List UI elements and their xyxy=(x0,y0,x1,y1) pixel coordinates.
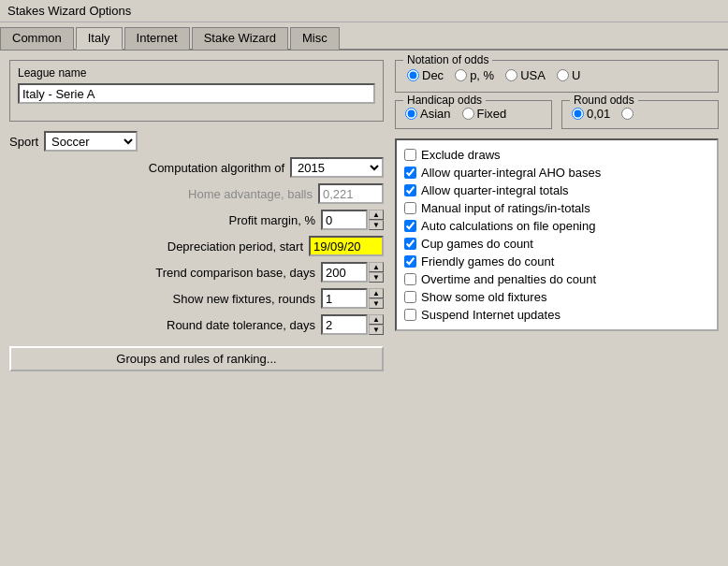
home-advantage-label: Home advantage, balls xyxy=(9,187,313,201)
checkbox-overtime-label: Overtime and penalties do count xyxy=(421,272,596,286)
checkbox-show-old-label: Show some old fixtures xyxy=(421,290,546,304)
depreciation-input[interactable] xyxy=(309,236,384,256)
checkbox-manual-input-input[interactable] xyxy=(404,202,416,214)
checkbox-allow-quarter-aho[interactable]: Allow quarter-integral AHO bases xyxy=(404,164,709,181)
sport-label: Sport xyxy=(9,135,38,149)
profit-margin-input[interactable] xyxy=(321,210,368,230)
window-title: Stakes Wizard Options xyxy=(7,4,131,18)
round-001-radio[interactable] xyxy=(572,108,584,120)
depreciation-row: Depreciation period, start xyxy=(9,236,384,256)
round-001[interactable]: 0,01 xyxy=(572,107,610,121)
sport-row: Sport Soccer Basketball Tennis Hockey xyxy=(9,131,384,152)
trend-up[interactable]: ▲ xyxy=(369,262,384,272)
notation-radio-row: Dec p, % USA U xyxy=(407,68,706,82)
checkbox-allow-quarter-totals[interactable]: Allow quarter-integral totals xyxy=(404,181,709,199)
checkbox-cup-games[interactable]: Cup games do count xyxy=(404,235,709,253)
league-name-label: League name xyxy=(18,66,375,80)
checkbox-list: Exclude draws Allow quarter-integral AHO… xyxy=(395,138,719,331)
round-date-input[interactable] xyxy=(321,314,368,335)
notation-dec-label: Dec xyxy=(422,68,444,82)
depreciation-label: Depreciation period, start xyxy=(9,239,303,254)
show-fixtures-row: Show new fixtures, rounds ▲ ▼ xyxy=(9,288,384,309)
checkbox-overtime-input[interactable] xyxy=(404,273,416,285)
handicap-fixed-label: Fixed xyxy=(477,107,507,121)
handicap-fixed[interactable]: Fixed xyxy=(462,107,507,121)
handicap-asian[interactable]: Asian xyxy=(405,107,451,121)
checkbox-allow-quarter-aho-input[interactable] xyxy=(404,167,416,179)
handicap-title: Handicap odds xyxy=(403,94,486,107)
checkbox-allow-quarter-aho-label: Allow quarter-integral AHO bases xyxy=(421,166,601,180)
checkbox-show-old-input[interactable] xyxy=(404,291,416,303)
checkbox-exclude-draws-input[interactable] xyxy=(404,149,416,161)
sport-select[interactable]: Soccer Basketball Tennis Hockey xyxy=(44,131,138,152)
notation-title: Notation of odds xyxy=(403,53,492,66)
checkbox-suspend-internet[interactable]: Suspend Internet updates xyxy=(404,306,709,324)
handicap-asian-radio[interactable] xyxy=(405,108,417,120)
notation-dec-radio[interactable] xyxy=(407,69,419,81)
show-fixtures-down[interactable]: ▼ xyxy=(369,298,384,309)
trend-row: Trend comparison base, days ▲ ▼ xyxy=(9,262,384,283)
tab-italy[interactable]: Italy xyxy=(76,27,123,50)
notation-group: Notation of odds Dec p, % USA U xyxy=(395,60,719,93)
round-date-label: Round date tolerance, days xyxy=(9,318,315,332)
round-date-spinner: ▲ ▼ xyxy=(321,314,384,335)
notation-u-label: U xyxy=(572,68,580,82)
show-fixtures-up[interactable]: ▲ xyxy=(369,288,384,298)
league-name-input[interactable] xyxy=(18,83,375,104)
checkbox-manual-input-label: Manual input of ratings/in-totals xyxy=(421,201,590,215)
checkbox-overtime[interactable]: Overtime and penalties do count xyxy=(404,270,709,288)
checkbox-exclude-draws[interactable]: Exclude draws xyxy=(404,146,709,164)
checkbox-manual-input[interactable]: Manual input of ratings/in-totals xyxy=(404,199,709,217)
tab-common[interactable]: Common xyxy=(0,27,74,50)
tab-misc[interactable]: Misc xyxy=(290,27,340,50)
profit-margin-spinner: ▲ ▼ xyxy=(321,210,384,230)
checkbox-auto-calculations[interactable]: Auto calculations on file opening xyxy=(404,217,709,235)
show-fixtures-input[interactable] xyxy=(321,288,368,309)
trend-buttons: ▲ ▼ xyxy=(369,262,384,283)
round-01[interactable] xyxy=(621,108,636,120)
round-odds-group: Round odds 0,01 xyxy=(561,100,719,129)
handicap-round-row: Handicap odds Asian Fixed Round odds xyxy=(395,100,719,129)
profit-margin-label: Profit margin, % xyxy=(9,213,315,227)
computation-row: Computation algorithm of 2015 2014 2013 xyxy=(9,157,384,178)
home-advantage-input[interactable] xyxy=(318,183,384,204)
computation-select[interactable]: 2015 2014 2013 xyxy=(290,157,384,178)
checkbox-allow-quarter-totals-input[interactable] xyxy=(404,184,416,196)
round-01-radio[interactable] xyxy=(621,108,633,120)
notation-p[interactable]: p, % xyxy=(455,68,494,82)
trend-input[interactable] xyxy=(321,262,368,283)
trend-spinner: ▲ ▼ xyxy=(321,262,384,283)
trend-down[interactable]: ▼ xyxy=(369,272,384,283)
tab-internet[interactable]: Internet xyxy=(124,27,190,50)
checkbox-friendly-games-label: Friendly games do count xyxy=(421,254,554,268)
tab-stake-wizard[interactable]: Stake Wizard xyxy=(192,27,288,50)
left-panel: League name Sport Soccer Basketball Tenn… xyxy=(9,60,384,371)
profit-margin-up[interactable]: ▲ xyxy=(369,210,384,220)
checkbox-friendly-games[interactable]: Friendly games do count xyxy=(404,253,709,270)
trend-label: Trend comparison base, days xyxy=(9,266,315,280)
groups-button[interactable]: Groups and rules of ranking... xyxy=(9,346,384,371)
notation-usa-radio[interactable] xyxy=(505,69,517,81)
round-date-up[interactable]: ▲ xyxy=(369,314,384,325)
profit-margin-down[interactable]: ▼ xyxy=(369,220,384,230)
notation-p-radio[interactable] xyxy=(455,69,467,81)
checkbox-auto-calculations-input[interactable] xyxy=(404,220,416,232)
checkbox-suspend-internet-input[interactable] xyxy=(404,309,416,321)
show-fixtures-spinner: ▲ ▼ xyxy=(321,288,384,309)
tabs-row: Common Italy Internet Stake Wizard Misc xyxy=(0,22,728,51)
checkbox-allow-quarter-totals-label: Allow quarter-integral totals xyxy=(421,183,569,197)
profit-margin-buttons: ▲ ▼ xyxy=(369,210,384,230)
right-panel: Notation of odds Dec p, % USA U xyxy=(395,60,719,371)
checkbox-friendly-games-input[interactable] xyxy=(404,255,416,268)
notation-u-radio[interactable] xyxy=(557,69,569,81)
notation-usa[interactable]: USA xyxy=(505,68,546,82)
checkbox-show-old[interactable]: Show some old fixtures xyxy=(404,288,709,306)
round-date-down[interactable]: ▼ xyxy=(369,325,384,335)
notation-dec[interactable]: Dec xyxy=(407,68,444,82)
handicap-fixed-radio[interactable] xyxy=(462,108,474,120)
checkbox-cup-games-input[interactable] xyxy=(404,238,416,250)
notation-u[interactable]: U xyxy=(557,68,580,82)
round-date-row: Round date tolerance, days ▲ ▼ xyxy=(9,314,384,335)
round-001-label: 0,01 xyxy=(587,107,610,121)
title-bar: Stakes Wizard Options xyxy=(0,0,728,22)
